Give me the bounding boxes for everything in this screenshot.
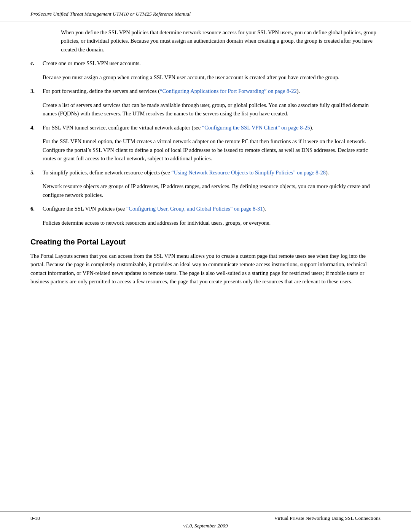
item-6-text: Configure the SSL VPN policies (see “Con… xyxy=(43,204,381,213)
item-3-link[interactable]: “Configuring Applications for Port Forwa… xyxy=(160,88,297,94)
number-3: 3. xyxy=(30,87,39,95)
header-title: ProSecure Unified Threat Management UTM1… xyxy=(30,11,191,17)
item-3-text: For port forwarding, define the servers … xyxy=(43,87,381,95)
section-heading: Creating the Portal Layout xyxy=(30,238,381,246)
item-3-sub-text: Create a list of servers and services th… xyxy=(43,102,369,117)
footer-row1: 8-18 Virtual Private Networking Using SS… xyxy=(30,515,381,521)
footer-center: v1.0, September 2009 xyxy=(30,523,381,529)
item-6-before: Configure the SSL VPN policies (see xyxy=(43,206,126,212)
numbered-item-4: 4. For SSL VPN tunnel service, configure… xyxy=(30,123,381,132)
item-5-text: To simplify policies, define network res… xyxy=(43,168,381,177)
item-6-after: ). xyxy=(263,206,266,212)
item-5-sub: Network resource objects are groups of I… xyxy=(43,182,381,199)
item-4-before: For SSL VPN tunnel service, configure th… xyxy=(43,125,202,131)
intro-paragraph: When you define the SSL VPN policies tha… xyxy=(61,28,381,54)
number-4: 4. xyxy=(30,123,39,132)
page-header: ProSecure Unified Threat Management UTM1… xyxy=(0,0,411,21)
numbered-item-6: 6. Configure the SSL VPN policies (see “… xyxy=(30,204,381,213)
footer-left: 8-18 xyxy=(30,515,40,521)
section-paragraph: The Portal Layouts screen that you can a… xyxy=(30,252,381,286)
list-label-c: c. xyxy=(30,59,39,67)
page: ProSecure Unified Threat Management UTM1… xyxy=(0,0,411,532)
number-6: 6. xyxy=(30,204,39,213)
footer-right: Virtual Private Networking Using SSL Con… xyxy=(274,515,381,521)
item-5-sub-text: Network resource objects are groups of I… xyxy=(43,183,370,198)
item-4-sub-text: For the SSL VPN tunnel option, the UTM c… xyxy=(43,138,368,161)
intro-text: When you define the SSL VPN policies tha… xyxy=(61,29,376,53)
item-4-after: ). xyxy=(310,125,313,131)
item-5-before: To simplify policies, define network res… xyxy=(43,169,171,176)
item-5-after: ). xyxy=(326,169,329,176)
item-c-sub: Because you must assign a group when cre… xyxy=(43,73,381,81)
item-6-link[interactable]: “Configuring User, Group, and Global Pol… xyxy=(126,206,263,212)
list-item-c: c. Create one or more SSL VPN user accou… xyxy=(30,59,381,67)
item-6-sub-text: Policies determine access to network res… xyxy=(43,220,271,226)
item-5-link[interactable]: “Using Network Resource Objects to Simpl… xyxy=(171,169,326,176)
item-3-after: ). xyxy=(297,88,300,94)
page-footer: 8-18 Virtual Private Networking Using SS… xyxy=(0,511,411,532)
item-4-sub: For the SSL VPN tunnel option, the UTM c… xyxy=(43,137,381,163)
item-c-sub-text: Because you must assign a group when cre… xyxy=(43,74,339,80)
main-content: When you define the SSL VPN policies tha… xyxy=(0,21,411,511)
numbered-item-3: 3. For port forwarding, define the serve… xyxy=(30,87,381,95)
item-3-before: For port forwarding, define the servers … xyxy=(43,88,160,94)
numbered-item-5: 5. To simplify policies, define network … xyxy=(30,168,381,177)
number-5: 5. xyxy=(30,168,39,177)
list-item-c-text: Create one or more SSL VPN user accounts… xyxy=(43,59,381,67)
item-6-sub: Policies determine access to network res… xyxy=(43,219,381,227)
item-3-sub: Create a list of servers and services th… xyxy=(43,101,381,118)
item-4-link[interactable]: “Configuring the SSL VPN Client” on page… xyxy=(202,125,310,131)
item-4-text: For SSL VPN tunnel service, configure th… xyxy=(43,123,381,132)
